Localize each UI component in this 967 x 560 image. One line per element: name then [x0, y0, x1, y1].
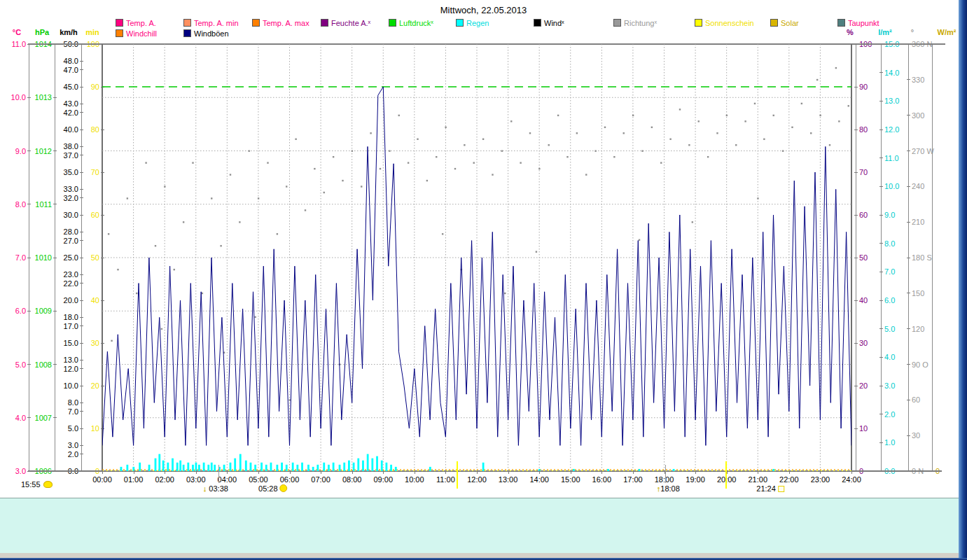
axis-tick-label-kmh: 40.0 — [64, 126, 78, 134]
legend-item-temp-a-max[interactable]: Temp. A. max — [252, 19, 309, 27]
rain-bar — [367, 454, 369, 471]
direction-dot — [536, 251, 537, 253]
direction-dot — [136, 293, 137, 294]
direction-dot — [679, 108, 681, 110]
axis-tick — [879, 272, 883, 272]
window-border-right — [959, 0, 967, 560]
chart-plot-area[interactable] — [102, 44, 851, 471]
axis-tick — [80, 326, 83, 326]
x-axis-label: 23:00 — [811, 475, 830, 484]
legend-item-richtung-[interactable]: Richtungˣ — [613, 19, 657, 27]
rain-bar — [362, 461, 364, 471]
direction-dot — [482, 139, 484, 140]
rain-bar — [179, 461, 181, 471]
axis-tick — [80, 258, 83, 258]
axis-tick — [907, 400, 910, 400]
axis-tick-label-kmh: 42.0 — [64, 109, 78, 117]
weather-app-window: Mittwoch, 22.05.2013 Temp. A.Temp. A. mi… — [0, 0, 967, 560]
direction-dot — [810, 132, 812, 134]
direction-dot — [548, 144, 550, 146]
axis-tick — [879, 414, 883, 414]
legend-item-luftdruck-[interactable]: Luftdruckˣ — [389, 19, 433, 27]
direction-dot — [174, 269, 175, 270]
axis-tick — [80, 87, 83, 88]
axis-tick-label-kmh: 22.0 — [64, 280, 78, 288]
legend-item-regen[interactable]: Regen — [456, 19, 489, 27]
direction-dot — [183, 221, 184, 223]
axis-tick — [854, 172, 858, 173]
axis-tick — [854, 130, 858, 130]
page-title: Mittwoch, 22.05.2013 — [0, 5, 967, 15]
axis-tick-label-lm2: 10.0 — [884, 183, 899, 190]
direction-dot — [835, 67, 837, 69]
direction-dot — [464, 144, 465, 146]
axis-tick-label-kmh: 3.0 — [68, 442, 78, 449]
rain-bar — [230, 463, 232, 471]
legend-color-swatch — [321, 19, 328, 27]
axis-tick-label-kmh: 37.0 — [64, 152, 78, 160]
direction-dot — [202, 293, 203, 294]
rain-bar — [339, 465, 341, 471]
axis-tick-label-kmh: 13.0 — [64, 356, 78, 364]
direction-dot — [763, 139, 765, 140]
legend-label: Richtungˣ — [624, 19, 657, 27]
axis-tick-label-kmh: 23.0 — [64, 271, 78, 279]
direction-dot — [382, 257, 384, 258]
axis-line-wm2 — [932, 44, 933, 471]
x-axis-tick — [227, 470, 228, 474]
sun-position-mark — [725, 461, 727, 489]
rain-bar — [167, 463, 169, 471]
rain-bar — [187, 463, 189, 471]
axis-tick — [907, 115, 910, 115]
legend-color-swatch — [389, 19, 396, 27]
legend-label: Windˣ — [544, 19, 564, 27]
direction-dot — [538, 168, 540, 169]
legend-item-wind-[interactable]: Windˣ — [534, 19, 564, 27]
direction-dot — [754, 103, 756, 104]
direction-dot — [108, 233, 109, 234]
moon-icon — [43, 481, 53, 488]
legend-item-taupunkt[interactable]: Taupunkt — [837, 19, 879, 27]
legend-item-windchill[interactable]: Windchill — [116, 29, 157, 38]
x-axis-tick — [352, 470, 353, 474]
legend-item-windb-en[interactable]: Windböen — [183, 29, 229, 38]
axis-tick — [80, 411, 83, 412]
direction-dot — [155, 245, 156, 246]
x-axis-label: 18:00 — [655, 475, 674, 484]
axis-tick — [879, 243, 883, 244]
axis-tick-label-kmh: 28.0 — [64, 228, 78, 236]
x-axis-tick — [383, 470, 384, 474]
legend-item-temp-a-[interactable]: Temp. A. — [116, 19, 156, 27]
legend-item-solar[interactable]: Solar — [770, 19, 799, 27]
axis-tick — [80, 343, 83, 344]
legend-item-feuchte-a-[interactable]: Feuchte A.ˣ — [321, 19, 370, 27]
rain-bar — [270, 463, 272, 471]
direction-dot — [370, 132, 371, 134]
direction-dot — [692, 221, 693, 223]
direction-dot — [324, 192, 325, 193]
direction-dot — [230, 174, 231, 175]
direction-dot — [819, 115, 821, 116]
direction-dot — [127, 197, 128, 199]
axis-tick-label-degC: 8.0 — [15, 201, 26, 209]
axis-tick-label-kmh: 18.0 — [64, 314, 78, 321]
axis-tick — [80, 130, 83, 130]
axis-tick — [854, 87, 858, 88]
rain-bar — [333, 463, 335, 471]
rain-bar — [203, 463, 205, 471]
legend-item-sonnenschein[interactable]: Sonnenschein — [695, 19, 754, 27]
rain-bar — [429, 467, 431, 471]
direction-dot — [111, 340, 112, 342]
rain-bar — [139, 463, 141, 471]
rain-bar — [353, 463, 355, 471]
axis-unit-wm2: W/m² — [938, 28, 956, 36]
rain-bar — [381, 461, 383, 471]
legend-item-temp-a-min[interactable]: Temp. A. min — [183, 19, 239, 27]
moon-set-icon: ↓ — [203, 484, 207, 493]
axis-tick-label-kmh: 15.0 — [64, 340, 78, 347]
axis-tick-label-deg: 240 — [912, 183, 924, 190]
axis-tick — [80, 112, 83, 113]
axis-tick — [27, 150, 31, 151]
direction-dot — [838, 120, 840, 122]
x-axis-label: 01:00 — [124, 475, 144, 484]
